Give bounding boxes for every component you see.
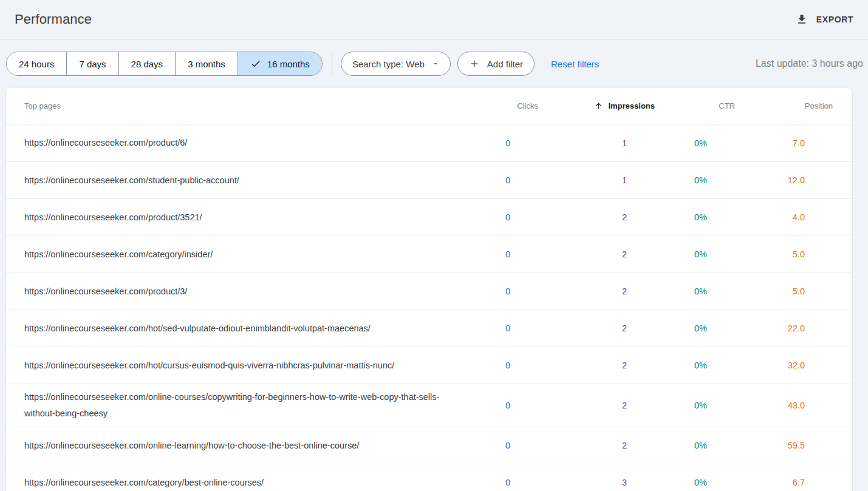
clicks-value: 0 [456,323,510,333]
date-range-chip[interactable]: 7 days [66,52,118,75]
ctr-value: 0% [627,175,707,185]
ctr-value: 0% [627,361,707,370]
clicks-value: 0 [456,175,510,185]
date-range-chip[interactable]: 16 months [238,52,322,75]
table-row[interactable]: https://onlinecourseseeker.com/product/6… [6,124,852,161]
clicks-value: 0 [456,286,510,296]
download-icon [796,13,808,25]
clicks-value: 0 [456,401,510,410]
table-row[interactable]: https://onlinecourseseeker.com/category/… [6,235,852,273]
page-url[interactable]: https://onlinecourseseeker.com/online-le… [6,433,456,459]
impressions-value: 1 [510,175,627,185]
ctr-value: 0% [627,441,707,450]
filter-divider [332,52,332,76]
top-bar: Performance EXPORT [0,0,868,39]
table-row[interactable]: https://onlinecourseseeker.com/student-p… [6,161,852,198]
impressions-value: 2 [510,401,627,410]
page-url[interactable]: https://onlinecourseseeker.com/category/… [6,470,456,491]
clicks-value: 0 [456,249,510,259]
search-type-label: Search type: Web [352,59,425,69]
filter-bar: 24 hours 7 days 28 days 3 months 16 mont… [6,52,863,76]
page-url[interactable]: https://onlinecourseseeker.com/product/6… [6,130,456,156]
search-type-dropdown[interactable]: Search type: Web [341,52,451,76]
position-value: 6.7 [707,478,805,487]
performance-table: Top pages Clicks Impressions CTR Positio… [6,88,852,491]
date-range-chip[interactable]: 28 days [118,52,176,75]
impressions-value: 2 [510,249,627,259]
add-filter-label: Add filter [487,59,523,69]
page-url[interactable]: https://onlinecourseseeker.com/product/3… [6,279,456,305]
ctr-value: 0% [627,249,707,259]
ctr-value: 0% [627,478,707,487]
position-value: 5.0 [707,249,805,259]
page-url[interactable]: https://onlinecourseseeker.com/student-p… [6,168,456,194]
impressions-value: 1 [510,138,627,148]
clicks-value: 0 [456,361,510,370]
impressions-value: 2 [510,441,627,450]
export-label: EXPORT [816,15,853,24]
clicks-value: 0 [456,478,510,487]
column-header-impressions[interactable]: Impressions [538,101,655,110]
ctr-value: 0% [627,286,707,296]
plus-icon [469,58,480,69]
column-header-clicks[interactable]: Clicks [484,101,538,110]
table-row[interactable]: https://onlinecourseseeker.com/hot/sed-v… [6,310,852,347]
page-url[interactable]: https://onlinecourseseeker.com/product/3… [6,205,456,231]
column-header-ctr[interactable]: CTR [655,101,735,110]
position-value: 22.0 [707,323,805,333]
column-header-top-pages: Top pages [6,101,484,110]
clicks-value: 0 [456,441,510,450]
ctr-value: 0% [627,138,707,148]
check-icon [250,58,261,69]
add-filter-button[interactable]: Add filter [457,52,535,76]
impressions-value: 2 [510,361,627,370]
date-range-chip[interactable]: 24 hours [7,52,66,75]
position-value: 7.0 [707,138,805,148]
table-row[interactable]: https://onlinecourseseeker.com/category/… [6,464,852,491]
page-title: Performance [15,12,92,27]
page-url[interactable]: https://onlinecourseseeker.com/category/… [6,242,456,268]
position-value: 12.0 [707,175,805,185]
impressions-value: 2 [510,323,627,333]
reset-filters-link[interactable]: Reset filters [551,59,599,69]
column-header-position[interactable]: Position [735,101,833,110]
table-row[interactable]: https://onlinecourseseeker.com/online-le… [6,427,852,464]
ctr-value: 0% [627,212,707,222]
position-value: 43.0 [707,401,805,410]
table-row[interactable]: https://onlinecourseseeker.com/hot/cursu… [6,347,852,384]
arrow-up-icon [594,101,603,110]
table-header-row: Top pages Clicks Impressions CTR Positio… [6,88,852,124]
date-range-chip[interactable]: 3 months [175,52,238,75]
table-body: https://onlinecourseseeker.com/product/6… [6,124,833,491]
impressions-value: 2 [510,286,627,296]
table-row[interactable]: https://onlinecourseseeker.com/product/3… [6,198,852,235]
ctr-value: 0% [627,401,707,410]
position-value: 32.0 [707,361,805,370]
chevron-down-icon [432,60,439,67]
page-url[interactable]: https://onlinecourseseeker.com/hot/sed-v… [6,316,456,342]
clicks-value: 0 [456,138,510,148]
last-update-text: Last update: 3 hours ago [756,58,863,69]
clicks-value: 0 [456,212,510,222]
table-row[interactable]: https://onlinecourseseeker.com/online-co… [6,384,852,427]
date-range-group: 24 hours 7 days 28 days 3 months 16 mont… [6,52,323,76]
position-value: 59.5 [707,441,805,450]
position-value: 4.0 [707,212,805,222]
page-url[interactable]: https://onlinecourseseeker.com/online-co… [6,384,456,427]
table-row[interactable]: https://onlinecourseseeker.com/product/3… [6,273,852,310]
page-url[interactable]: https://onlinecourseseeker.com/hot/cursu… [6,353,456,379]
ctr-value: 0% [627,323,707,333]
export-button[interactable]: EXPORT [796,13,853,25]
impressions-value: 3 [510,478,627,487]
impressions-value: 2 [510,212,627,222]
position-value: 5.0 [707,286,805,296]
